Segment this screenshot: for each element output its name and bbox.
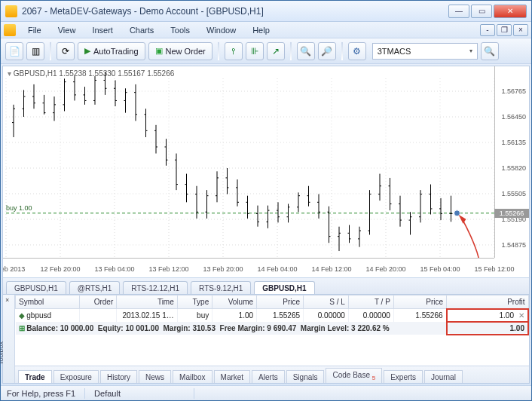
symbol-icon: ◆ — [19, 311, 27, 320]
toolbox-tab-journal[interactable]: Journal — [424, 370, 463, 383]
chart-bar-button[interactable]: ⫯ — [225, 42, 243, 60]
col-symbol[interactable]: Symbol — [16, 295, 80, 309]
indicator-select[interactable]: 3TMACS▾ — [372, 43, 478, 60]
market-watch-button[interactable]: ⟳ — [57, 42, 75, 60]
chart-tab-bar: GBPUSD,H1 @RTS,H1 RTS-12.12,H1 RTS-9.12,… — [3, 277, 529, 294]
search-button[interactable]: 🔍 — [481, 42, 499, 60]
toolbox-close-icon[interactable]: × — [5, 296, 9, 304]
mdi-minimize-button[interactable]: - — [480, 24, 495, 36]
profiles-button[interactable]: ▥ — [26, 42, 44, 60]
svg-marker-151 — [459, 215, 466, 224]
col-sl[interactable]: S / L — [304, 295, 349, 309]
close-position-icon[interactable]: ✕ — [518, 311, 524, 320]
balance-row: ⊞ Balance: 10 000.00 Equity: 10 001.00 M… — [16, 322, 529, 335]
menu-help[interactable]: Help — [245, 24, 277, 36]
col-tp[interactable]: T / P — [348, 295, 393, 309]
chart-tab[interactable]: RTS-12.12,H1 — [123, 281, 188, 294]
position-row[interactable]: ◆ gbpusd 2013.02.15 1… buy 1.00 1.55265 … — [16, 309, 529, 322]
window-title: 2067 - MetaDEV-Gateways - Demo Account -… — [22, 6, 264, 17]
status-profile: Default — [94, 389, 185, 398]
toolbox-panel: × Toolbox Symbol Order Time — [3, 294, 529, 383]
indicator-settings-icon[interactable]: ⚙ — [348, 42, 366, 60]
chart-area[interactable]: ▾ GBPUSD,H1 1.55238 1.55330 1.55167 1.55… — [3, 66, 529, 277]
chart-line-button[interactable]: ↗ — [267, 42, 285, 60]
status-help: For Help, press F1 — [7, 389, 75, 398]
chart-tab[interactable]: @RTS,H1 — [69, 281, 121, 294]
col-type[interactable]: Type — [177, 295, 212, 309]
toolbox-tab-signals[interactable]: Signals — [286, 370, 325, 383]
toolbox-tab-codebase[interactable]: Code Base 5 — [326, 368, 382, 383]
toolbox-tab-alerts[interactable]: Alerts — [252, 370, 285, 383]
menu-app-icon[interactable] — [4, 24, 16, 36]
toolbox-tab-trade[interactable]: Trade — [18, 370, 52, 383]
app-window: 2067 - MetaDEV-Gateways - Demo Account -… — [0, 0, 532, 401]
zoom-in-button[interactable]: 🔍 — [297, 42, 315, 60]
balance-expand-icon[interactable]: ⊞ — [19, 324, 27, 332]
toolbar: 📄 ▥ ⟳ ▶ AutoTrading ▣ New Order ⫯ ⊪ ↗ 🔍 … — [1, 38, 531, 64]
new-chart-button[interactable]: 📄 — [5, 42, 23, 60]
new-order-button[interactable]: ▣ New Order — [148, 42, 212, 60]
menu-window[interactable]: Window — [199, 24, 243, 36]
toolbox-tab-news[interactable]: News — [139, 370, 171, 383]
mdi-restore-button[interactable]: ❐ — [497, 24, 512, 36]
col-price[interactable]: Price — [257, 295, 304, 309]
menu-charts[interactable]: Charts — [122, 24, 161, 36]
close-button[interactable]: ✕ — [494, 5, 527, 18]
chart-tab[interactable]: GBPUSD,H1 — [6, 281, 66, 294]
play-icon: ▶ — [84, 46, 90, 56]
toolbox-tab-history[interactable]: History — [100, 370, 137, 383]
menubar: File View Insert Charts Tools Window Hel… — [1, 22, 531, 38]
col-order[interactable]: Order — [79, 295, 117, 309]
client-area: ▾ GBPUSD,H1 1.55238 1.55330 1.55167 1.55… — [2, 66, 530, 384]
col-profit[interactable]: Profit — [447, 295, 528, 309]
menu-insert[interactable]: Insert — [84, 24, 121, 36]
toolbox-tab-exposure[interactable]: Exposure — [54, 370, 99, 383]
maximize-button[interactable]: ▭ — [471, 5, 492, 18]
statusbar: For Help, press F1 Default — [1, 385, 531, 400]
chevron-down-icon: ▾ — [469, 47, 472, 54]
toolbox-sidebar: × Toolbox — [3, 295, 15, 383]
col-volume[interactable]: Volume — [212, 295, 257, 309]
app-icon — [5, 5, 17, 17]
order-icon: ▣ — [155, 46, 163, 56]
chart-svg — [3, 66, 529, 277]
menu-file[interactable]: File — [20, 24, 49, 36]
zoom-out-button[interactable]: 🔎 — [318, 42, 336, 60]
toolbox-tab-market[interactable]: Market — [214, 370, 251, 383]
col-time[interactable]: Time — [117, 295, 178, 309]
buy-annotation: buy 1.00 — [6, 204, 32, 212]
menu-view[interactable]: View — [50, 24, 84, 36]
x-axis: 12 Feb 201312 Feb 20:0013 Feb 04:0013 Fe… — [3, 258, 494, 277]
toolbox-tab-bar: Trade Exposure History News Mailbox Mark… — [15, 366, 529, 383]
menu-tools[interactable]: Tools — [163, 24, 197, 36]
minimize-button[interactable]: — — [448, 5, 469, 18]
auto-trading-button[interactable]: ▶ AutoTrading — [78, 42, 145, 60]
mdi-close-button[interactable]: × — [513, 24, 528, 36]
toolbox-tab-experts[interactable]: Experts — [384, 370, 423, 383]
toolbox-tab-mailbox[interactable]: Mailbox — [173, 370, 212, 383]
chart-tab-active[interactable]: GBPUSD,H1 — [254, 281, 314, 294]
chart-candle-button[interactable]: ⊪ — [246, 42, 264, 60]
y-axis: 1.567651.564501.561351.558201.555051.551… — [494, 66, 529, 258]
trade-grid[interactable]: Symbol Order Time Type Volume Price S / … — [15, 295, 529, 366]
toolbox-label: Toolbox — [0, 341, 5, 365]
col-price2[interactable]: Price — [393, 295, 446, 309]
titlebar[interactable]: 2067 - MetaDEV-Gateways - Demo Account -… — [1, 1, 531, 22]
chart-tab[interactable]: RTS-9.12,H1 — [191, 281, 251, 294]
